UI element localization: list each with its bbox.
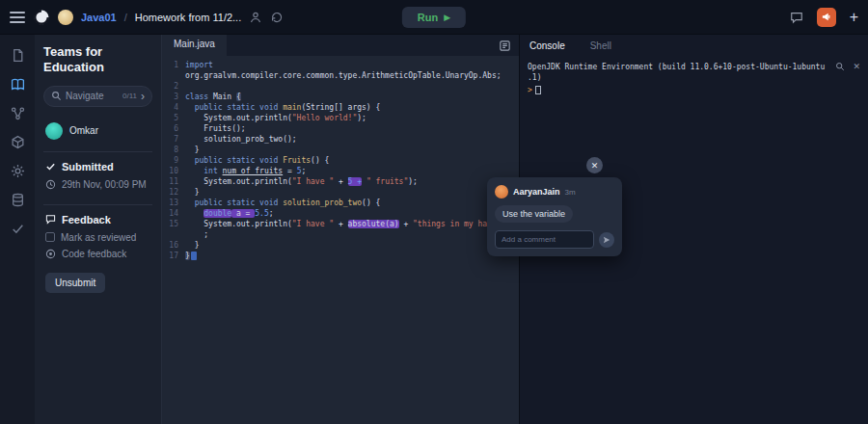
code-line[interactable]: 4 public static void main(String[] args)… [162, 102, 519, 113]
line-number [162, 70, 185, 81]
run-button[interactable]: Run ▶ [402, 7, 466, 28]
code-feedback-row[interactable]: Code feedback [45, 249, 150, 259]
submission-timestamp: 29th Nov, 00:09 PM [62, 179, 147, 190]
comment-close-button[interactable]: ✕ [586, 157, 603, 173]
panel-title: Teams for Education [43, 44, 152, 76]
code-line[interactable]: 8 } [162, 145, 519, 155]
line-number: 10 [162, 166, 185, 176]
navigate-count: 0/11 [122, 92, 137, 100]
line-number: 5 [162, 113, 185, 123]
mark-reviewed-checkbox[interactable] [45, 232, 55, 242]
console-find-controls: ✕ [835, 62, 860, 71]
code-feedback-label: Code feedback [62, 249, 126, 259]
code-line[interactable]: 16 } [162, 240, 519, 251]
chevron-right-icon[interactable]: › [141, 90, 145, 103]
code-line[interactable]: 9 public static void Fruits() { [162, 155, 519, 166]
comment-time: 3m [565, 188, 576, 197]
mark-reviewed-label: Mark as reviewed [61, 232, 136, 243]
console-output-line: .1) [528, 72, 860, 83]
packages-icon[interactable] [11, 135, 25, 149]
hamburger-menu-icon[interactable] [10, 12, 25, 23]
code-rows[interactable]: 1importorg.graalvm.compiler.core.common.… [162, 56, 519, 424]
line-number: 9 [162, 155, 185, 166]
code-line[interactable]: 12 } [162, 187, 519, 198]
line-number: 14 [162, 208, 185, 219]
editor-panel: Main.java 1importorg.graalvm.compiler.co… [162, 35, 519, 424]
console-output-lines: OpenJDK Runtime Environment (build 11.0.… [528, 62, 860, 83]
console-search-icon[interactable] [835, 62, 845, 71]
checks-icon[interactable] [11, 222, 25, 236]
settings-icon[interactable] [11, 164, 25, 178]
check-icon [45, 161, 56, 172]
code-line[interactable]: 13 public static void solution_prob_two(… [162, 198, 519, 208]
student-name: Omkar [69, 125, 98, 136]
breadcrumb-project[interactable]: Homework from 11/2... [135, 12, 241, 23]
line-number: 2 [162, 81, 185, 92]
console-output[interactable]: OpenJDK Runtime Environment (build 11.0.… [520, 56, 868, 101]
tab-shell[interactable]: Shell [590, 40, 611, 51]
code-line[interactable]: 6 Fruits(); [162, 123, 519, 134]
invite-user-icon[interactable] [249, 11, 262, 24]
line-number: 7 [162, 134, 185, 145]
code-line[interactable]: 3class Main { [162, 92, 519, 102]
console-cursor [535, 86, 541, 94]
editor-menu-icon[interactable] [499, 40, 511, 52]
console-close-icon[interactable]: ✕ [853, 62, 860, 71]
clock-icon [45, 179, 56, 190]
line-number: 12 [162, 187, 185, 198]
files-icon[interactable] [11, 48, 25, 63]
send-comment-button[interactable] [599, 232, 614, 248]
code-line[interactable]: 15 System.out.println("I have " + absolu… [162, 219, 519, 229]
history-icon[interactable] [270, 11, 284, 24]
code-line[interactable]: 10 int num_of_fruits = 5; [162, 166, 519, 176]
speech-bubble-icon [45, 214, 56, 225]
line-number: 13 [162, 198, 185, 208]
console-prompt: > [528, 85, 532, 95]
user-avatar[interactable] [58, 10, 73, 25]
student-avatar [45, 122, 63, 140]
code-line[interactable]: 17} [162, 251, 519, 261]
chat-icon[interactable] [790, 11, 803, 24]
commenter-avatar [495, 185, 508, 199]
navigate-control[interactable]: Navigate 0/11 › [43, 86, 152, 107]
comment-message: Use the variable [495, 205, 573, 223]
teams-panel: Teams for Education Navigate 0/11 › Omka… [35, 35, 162, 424]
search-icon [51, 91, 62, 101]
version-control-icon[interactable] [11, 106, 25, 120]
code-line[interactable]: 2 [162, 81, 519, 92]
replit-logo-icon[interactable] [33, 9, 50, 26]
code-line[interactable]: 1import [162, 60, 519, 70]
line-number: 4 [162, 102, 185, 113]
unsubmit-button[interactable]: Unsubmit [45, 273, 105, 293]
breadcrumb-separator: / [124, 12, 127, 23]
database-icon[interactable] [11, 193, 25, 207]
code-line[interactable]: 7 solution_prob_two(); [162, 134, 519, 145]
line-number [162, 229, 185, 240]
announcements-button[interactable] [817, 8, 836, 27]
code-line[interactable]: 11 System.out.println("I have " + 5 + " … [162, 176, 519, 187]
new-repl-button[interactable]: + [850, 10, 858, 25]
education-icon[interactable] [11, 77, 25, 92]
line-number: 1 [162, 60, 185, 70]
tab-main-java[interactable]: Main.java [162, 35, 227, 56]
comment-input[interactable] [495, 230, 594, 249]
line-number: 3 [162, 92, 185, 102]
navigate-label: Navigate [66, 91, 103, 101]
run-button-label: Run [418, 12, 438, 23]
line-number: 16 [162, 240, 185, 251]
line-number: 15 [162, 219, 185, 229]
code-line[interactable]: 14 double a = 5.5; [162, 208, 519, 219]
feedback-title: Feedback [62, 214, 111, 225]
code-line[interactable]: org.graalvm.compiler.core.common.type.Ar… [162, 70, 519, 81]
editor-cursor [191, 252, 197, 260]
code-feedback-icon [45, 249, 56, 259]
code-line[interactable]: ; [162, 229, 519, 240]
code-line[interactable]: 5 System.out.println("Hello world!"); [162, 113, 519, 123]
line-number: 8 [162, 145, 185, 155]
line-number: 17 [162, 251, 185, 261]
send-icon [603, 236, 610, 244]
breadcrumb-team[interactable]: Java01 [81, 12, 117, 23]
student-row[interactable]: Omkar [43, 119, 152, 151]
console-output-line: OpenJDK Runtime Environment (build 11.0.… [528, 62, 860, 72]
tab-console[interactable]: Console [529, 40, 565, 51]
